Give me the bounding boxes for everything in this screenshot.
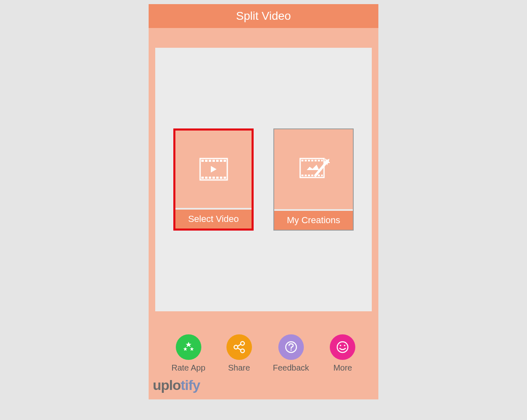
my-creations-label: My Creations	[274, 209, 353, 230]
svg-marker-15	[211, 166, 217, 173]
my-creations-card[interactable]: My Creations	[273, 128, 354, 231]
svg-rect-17	[301, 160, 303, 161]
svg-rect-10	[209, 177, 211, 179]
rate-app-icon-circle	[176, 334, 201, 360]
svg-point-45	[344, 345, 346, 346]
rate-app-label: Rate App	[171, 363, 205, 373]
svg-rect-21	[315, 160, 317, 161]
more-icon-circle	[330, 334, 355, 360]
svg-point-43	[337, 342, 348, 352]
svg-rect-6	[220, 160, 222, 162]
svg-rect-5	[216, 160, 219, 162]
more-button[interactable]: More	[330, 334, 355, 373]
svg-rect-25	[305, 175, 307, 176]
svg-marker-34	[183, 347, 187, 351]
select-video-card[interactable]: Select Video	[173, 128, 254, 231]
svg-rect-9	[205, 177, 208, 179]
svg-line-39	[238, 344, 241, 346]
bottom-nav: Rate App Share	[149, 334, 378, 373]
feedback-button[interactable]: Feedback	[273, 334, 309, 373]
svg-rect-13	[220, 177, 222, 179]
feedback-label: Feedback	[273, 363, 309, 373]
share-icon	[232, 340, 247, 355]
film-play-icon	[199, 158, 228, 181]
svg-rect-4	[212, 160, 215, 162]
more-label: More	[333, 363, 352, 373]
svg-point-37	[234, 345, 238, 349]
svg-point-42	[290, 350, 291, 351]
svg-rect-26	[308, 175, 310, 176]
svg-rect-27	[311, 175, 313, 176]
svg-marker-33	[186, 342, 191, 347]
app-header: Split Video	[149, 4, 378, 28]
svg-rect-29	[318, 175, 320, 176]
svg-line-40	[238, 348, 241, 350]
stars-icon	[181, 340, 196, 355]
svg-rect-1	[201, 160, 204, 162]
svg-point-36	[240, 342, 244, 345]
select-video-label: Select Video	[175, 208, 252, 229]
svg-rect-19	[308, 160, 310, 161]
watermark-part1: uplo	[153, 377, 181, 393]
share-icon-circle	[226, 334, 252, 360]
svg-rect-23	[321, 160, 323, 161]
svg-rect-11	[212, 177, 215, 179]
watermark-part2: tify	[181, 377, 200, 393]
svg-rect-14	[224, 177, 226, 179]
svg-rect-30	[321, 175, 323, 176]
smiley-icon	[335, 340, 350, 355]
svg-rect-22	[318, 160, 320, 161]
svg-marker-35	[190, 347, 194, 351]
app-title: Split Video	[236, 9, 291, 23]
svg-rect-24	[301, 175, 303, 176]
svg-rect-8	[201, 177, 204, 179]
svg-rect-2	[205, 160, 208, 162]
select-video-icon-area	[175, 131, 252, 208]
svg-point-38	[240, 349, 244, 353]
svg-rect-7	[224, 160, 226, 162]
rate-app-button[interactable]: Rate App	[171, 334, 205, 373]
svg-rect-18	[305, 160, 307, 161]
watermark: uplotify	[153, 377, 200, 393]
share-label: Share	[228, 363, 250, 373]
svg-rect-12	[216, 177, 219, 179]
my-creations-icon-area	[274, 129, 353, 209]
share-button[interactable]: Share	[226, 334, 252, 373]
main-content-area: Select Video	[155, 48, 372, 311]
svg-rect-20	[311, 160, 313, 161]
svg-rect-3	[209, 160, 211, 162]
film-wand-icon	[298, 154, 330, 184]
app-screen: Split Video	[149, 4, 378, 399]
feedback-icon-circle	[278, 334, 304, 360]
question-icon	[284, 340, 298, 355]
svg-point-44	[340, 345, 342, 346]
